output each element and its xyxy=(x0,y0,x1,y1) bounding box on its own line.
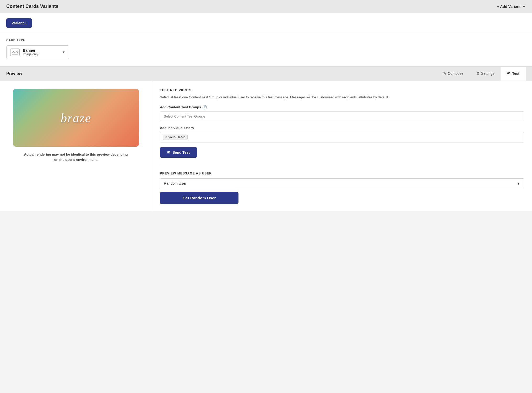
card-type-name: Banner xyxy=(23,48,38,52)
card-type-icon xyxy=(10,49,20,56)
user-tag-close[interactable]: ✕ xyxy=(165,135,167,139)
right-panel: TEST RECIPIENTS Select at least one Cont… xyxy=(152,81,532,211)
main-content: braze Actual rendering may not be identi… xyxy=(0,81,532,211)
help-icon[interactable]: ? xyxy=(203,105,207,109)
card-type-text: Banner Image only xyxy=(23,48,38,56)
page-title: Content Cards Variants xyxy=(6,4,58,9)
add-variant-label: + Add Variant xyxy=(497,4,520,9)
add-groups-label: Add Content Test Groups ? xyxy=(160,105,524,109)
chevron-down-icon: ▼ xyxy=(517,181,520,185)
variant-1-button[interactable]: Variant 1 xyxy=(6,18,32,28)
tab-compose[interactable]: ✎ Compose xyxy=(437,67,470,81)
test-recipients-title: TEST RECIPIENTS xyxy=(160,88,524,92)
preview-tabs-bar: Preview ✎ Compose ⚙ Settings 👁 Test xyxy=(0,67,532,81)
card-type-label: CARD TYPE xyxy=(6,39,526,42)
tab-settings[interactable]: ⚙ Settings xyxy=(470,67,501,81)
chevron-down-icon: ▼ xyxy=(62,50,65,54)
send-test-label: Send Test xyxy=(172,150,190,155)
envelope-icon: ✉ xyxy=(167,150,170,155)
tabs-container: ✎ Compose ⚙ Settings 👁 Test xyxy=(437,67,526,81)
chevron-down-icon: ▼ xyxy=(522,4,526,9)
add-variant-button[interactable]: + Add Variant ▼ xyxy=(497,4,526,9)
pencil-icon: ✎ xyxy=(443,71,446,76)
card-type-sub: Image only xyxy=(23,52,38,56)
card-type-dropdown[interactable]: Banner Image only ▼ xyxy=(6,45,69,59)
tab-test-label: Test xyxy=(512,71,519,76)
send-test-button[interactable]: ✉ Send Test xyxy=(160,147,197,158)
eye-icon: 👁 xyxy=(507,71,511,76)
gear-icon: ⚙ xyxy=(476,71,480,76)
preview-notice: Actual rendering may not be identical to… xyxy=(24,152,128,162)
user-tag-label: your-user-id xyxy=(169,135,185,139)
tab-compose-label: Compose xyxy=(448,71,464,76)
content-test-groups-input[interactable] xyxy=(160,111,524,121)
add-individual-users-label: Add Individual Users xyxy=(160,126,524,130)
variant-section: Variant 1 xyxy=(0,13,532,33)
preview-gradient: braze xyxy=(13,89,139,147)
preview-image: braze xyxy=(13,89,139,147)
card-type-section: CARD TYPE Banner Image only ▼ xyxy=(0,33,532,67)
tab-settings-label: Settings xyxy=(481,71,495,76)
top-header: Content Cards Variants + Add Variant ▼ xyxy=(0,0,532,13)
tab-test[interactable]: 👁 Test xyxy=(501,67,526,81)
preview-label: Preview xyxy=(6,67,22,81)
divider xyxy=(160,165,524,165)
user-tag: ✕ your-user-id xyxy=(163,135,188,140)
card-type-dropdown-left: Banner Image only xyxy=(10,48,38,56)
braze-logo-text: braze xyxy=(61,111,91,125)
test-recipients-desc: Select at least one Content Test Group o… xyxy=(160,95,524,100)
preview-message-label: PREVIEW MESSAGE AS USER xyxy=(160,172,524,175)
preview-panel: braze Actual rendering may not be identi… xyxy=(0,81,152,211)
svg-point-1 xyxy=(13,51,14,52)
random-user-select[interactable]: Random User ▼ xyxy=(160,178,524,188)
random-user-value: Random User xyxy=(164,181,186,185)
individual-users-input[interactable]: ✕ your-user-id xyxy=(160,132,524,142)
get-random-user-button[interactable]: Get Random User xyxy=(160,192,238,204)
